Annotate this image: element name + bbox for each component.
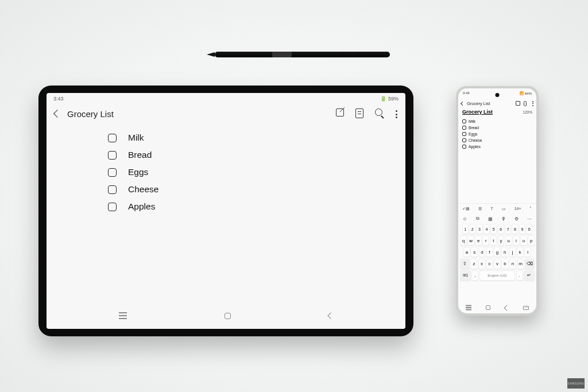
key-w[interactable]: w [467, 235, 474, 246]
edit-button[interactable] [516, 101, 521, 106]
text-style-tool-icon[interactable]: T [490, 207, 493, 211]
recents-icon[interactable] [466, 307, 471, 308]
font-size-tool[interactable]: 14+ [514, 207, 521, 211]
more-icon[interactable] [396, 110, 397, 118]
checkbox[interactable] [462, 145, 466, 149]
key-b[interactable]: b [501, 259, 508, 269]
key-s[interactable]: s [471, 247, 478, 257]
phone-note-title[interactable]: Grocery List [462, 109, 493, 115]
key-8[interactable]: 8 [512, 224, 518, 234]
clipboard-icon[interactable]: ⧉ [476, 216, 479, 222]
key-o[interactable]: o [520, 235, 527, 246]
block-tool-icon[interactable]: ▭ [502, 207, 506, 211]
key-z[interactable]: z [470, 259, 477, 269]
key-n[interactable]: n [509, 259, 516, 269]
checkbox[interactable] [462, 138, 466, 142]
back-icon[interactable] [461, 101, 465, 105]
key-e[interactable]: e [475, 235, 482, 246]
page-icon [355, 108, 363, 118]
key-5[interactable]: 5 [490, 224, 497, 234]
checkbox[interactable] [462, 119, 466, 123]
item-label[interactable]: Apples [469, 145, 481, 149]
key-f[interactable]: f [486, 247, 493, 257]
emoji-icon[interactable]: ☺ [463, 216, 467, 222]
comma-key[interactable]: , [471, 270, 478, 281]
checkbox[interactable] [108, 203, 117, 211]
pages-button[interactable] [355, 108, 366, 119]
item-label[interactable]: Milk [469, 119, 475, 123]
edit-button[interactable] [336, 108, 346, 119]
space-key[interactable]: English (US) [479, 270, 515, 281]
key-4[interactable]: 4 [483, 224, 490, 234]
phone-device: 3:43 📶 64% Grocery List Grocery List 120… [456, 86, 539, 316]
item-label[interactable]: Cheese [128, 184, 158, 195]
symbols-key[interactable]: !#1 [460, 270, 471, 281]
item-label[interactable]: Cheese [469, 138, 482, 142]
checklist-tool-icon[interactable]: ✓▤ [462, 207, 470, 211]
checkbox[interactable] [462, 126, 466, 130]
key-t[interactable]: t [490, 235, 497, 246]
enter-key[interactable]: ↵ [524, 270, 535, 281]
key-x[interactable]: x [478, 259, 485, 269]
key-1[interactable]: 1 [462, 224, 469, 234]
expand-tool-icon[interactable]: ˅ [529, 207, 532, 211]
attach-button[interactable] [524, 101, 529, 106]
hide-keyboard-icon[interactable] [523, 306, 529, 310]
tablet-note-title[interactable]: Grocery List [67, 109, 327, 119]
key-k[interactable]: k [517, 247, 524, 257]
list-tool-icon[interactable]: ☰ [478, 207, 482, 211]
key-l[interactable]: l [524, 247, 531, 257]
list-item: Eggs [462, 131, 482, 137]
key-r[interactable]: r [482, 235, 489, 246]
back-nav-icon[interactable] [504, 305, 510, 311]
key-p[interactable]: p [528, 235, 535, 246]
key-y[interactable]: y [498, 235, 505, 246]
item-label[interactable]: Milk [128, 133, 144, 143]
key-c[interactable]: c [486, 259, 493, 269]
back-icon[interactable] [53, 110, 61, 118]
key-u[interactable]: u [505, 235, 512, 246]
recents-icon[interactable] [119, 315, 127, 316]
list-item: Milk [462, 118, 482, 125]
key-h[interactable]: h [501, 247, 508, 257]
checkbox[interactable] [108, 134, 117, 142]
search-button[interactable] [375, 108, 385, 119]
key-0[interactable]: 0 [526, 224, 532, 234]
checkbox[interactable] [108, 185, 117, 194]
key-m[interactable]: m [517, 259, 524, 269]
checkbox[interactable] [462, 132, 466, 136]
phone-header-title[interactable]: Grocery List [467, 101, 513, 106]
more-icon[interactable] [532, 101, 533, 106]
key-d[interactable]: d [479, 247, 486, 257]
home-icon[interactable] [486, 305, 490, 310]
key-7[interactable]: 7 [505, 224, 511, 234]
tablet-status-battery: 🔋 59% [380, 96, 399, 102]
back-nav-icon[interactable] [327, 312, 334, 319]
more-tools-icon[interactable]: ⋯ [527, 216, 532, 222]
backspace-key[interactable]: ⌫ [525, 259, 535, 269]
item-label[interactable]: Bread [469, 126, 479, 130]
item-label[interactable]: Eggs [128, 167, 148, 177]
key-g[interactable]: g [494, 247, 501, 257]
key-j[interactable]: j [509, 247, 516, 257]
key-6[interactable]: 6 [498, 224, 504, 234]
item-label[interactable]: Apples [128, 201, 155, 212]
item-label[interactable]: Eggs [469, 132, 478, 136]
checkbox[interactable] [108, 168, 117, 177]
key-3[interactable]: 3 [477, 224, 483, 234]
key-9[interactable]: 9 [519, 224, 525, 234]
checkbox[interactable] [108, 151, 117, 160]
home-icon[interactable] [225, 313, 231, 319]
list-item: Cheese [462, 137, 482, 143]
period-key[interactable]: . [516, 270, 523, 281]
key-q[interactable]: q [460, 235, 467, 246]
key-2[interactable]: 2 [469, 224, 475, 234]
item-label[interactable]: Bread [128, 150, 152, 160]
settings-icon[interactable]: ⚙ [514, 216, 519, 222]
shift-key[interactable]: ⇧ [460, 259, 470, 269]
modes-icon[interactable]: ▦ [488, 216, 493, 222]
key-a[interactable]: a [463, 247, 470, 257]
voice-input-icon[interactable]: 🎙 [501, 216, 506, 222]
key-v[interactable]: v [494, 259, 501, 269]
key-i[interactable]: i [513, 235, 520, 246]
